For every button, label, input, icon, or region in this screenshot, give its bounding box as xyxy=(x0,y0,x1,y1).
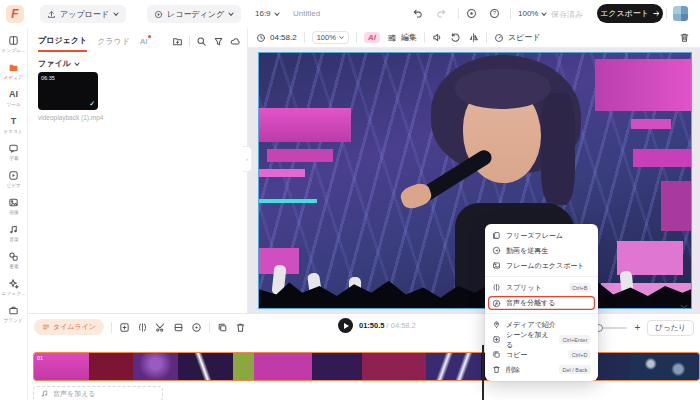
files-header[interactable]: ファイル xyxy=(38,58,80,69)
clip-frame xyxy=(426,353,481,380)
clock-icon xyxy=(256,33,266,43)
shortcut-badge: Ctrl+Enter xyxy=(559,335,591,344)
menu-item-split[interactable]: スプリット Ctrl+B xyxy=(485,280,598,295)
export-frame-icon xyxy=(492,261,501,270)
playhead[interactable] xyxy=(482,345,484,400)
duplicate-icon[interactable] xyxy=(217,322,228,333)
freeze-frame-icon xyxy=(492,231,501,240)
help-icon[interactable]: ? xyxy=(489,8,500,19)
edit-button[interactable]: 編集 xyxy=(387,32,417,43)
sidebar-item-templates[interactable]: テンプレ... xyxy=(0,35,28,62)
sidebar-item-elements[interactable]: 要素 xyxy=(0,251,28,278)
panel-collapse-handle[interactable]: ‹ xyxy=(243,146,252,172)
chevron-down-icon xyxy=(339,35,344,40)
app-logo[interactable]: F xyxy=(6,5,24,23)
keyframe-icon[interactable] xyxy=(191,322,202,333)
media-thumbnail[interactable]: 06:35 ✓ xyxy=(38,72,98,110)
tab-cloud[interactable]: クラウド xyxy=(97,36,130,51)
layers-icon xyxy=(42,323,50,331)
sidebar-item-brand[interactable]: ブランド xyxy=(0,305,28,332)
menu-item-delete[interactable]: 削除 Del / Back xyxy=(485,362,598,377)
user-avatar[interactable] xyxy=(673,6,688,21)
menu-item-detach-audio[interactable]: 音声を分離する xyxy=(488,296,595,310)
project-title[interactable]: Untitled xyxy=(293,9,320,18)
redo-icon[interactable] xyxy=(436,8,447,19)
delete-clip-icon[interactable] xyxy=(679,32,690,43)
divider xyxy=(209,322,210,333)
media-pin-icon xyxy=(492,320,501,329)
cloud-icon[interactable] xyxy=(230,36,241,47)
video-play-icon xyxy=(8,170,19,181)
upload-button[interactable]: アップロード xyxy=(40,5,126,23)
template-grid-icon xyxy=(8,35,19,46)
video-editor-app: F アップロード レコーディング 16:9 Untitled ? 100% 保存… xyxy=(0,0,700,400)
ai-tools-button[interactable]: AI xyxy=(364,32,380,43)
add-audio-track-button[interactable]: 音声を加える xyxy=(33,386,163,400)
split-icon[interactable] xyxy=(137,322,148,333)
video-art xyxy=(661,181,691,231)
video-clip-track[interactable] xyxy=(33,352,700,381)
sidebar-item-image[interactable]: 画像 xyxy=(0,197,28,224)
sidebar-item-ai-tools[interactable]: AI ツール xyxy=(0,89,28,116)
speed-icon xyxy=(494,33,504,43)
timeline-mode-button[interactable]: タイムライン xyxy=(34,319,104,335)
timecode: 01:50.5 / 04:58.2 xyxy=(359,321,416,330)
divider xyxy=(356,32,357,43)
search-icon[interactable] xyxy=(196,36,207,47)
menu-item-reverse-play[interactable]: 動画を逆再生 xyxy=(485,243,598,258)
recording-button[interactable]: レコーディング xyxy=(147,5,241,23)
canvas-zoom-select[interactable]: 100% xyxy=(518,9,547,18)
video-art xyxy=(259,199,317,203)
sidebar-item-media[interactable]: メディア xyxy=(0,62,28,89)
filter-icon[interactable] xyxy=(213,36,224,47)
sidebar-item-music[interactable]: 音楽 xyxy=(0,224,28,251)
rotate-icon[interactable] xyxy=(450,32,461,43)
fit-timeline-button[interactable]: ぴったり xyxy=(647,320,694,336)
text-icon: T xyxy=(11,116,17,127)
chevron-down-icon xyxy=(228,11,234,17)
check-icon: ✓ xyxy=(89,100,95,108)
crop-mask-icon[interactable] xyxy=(173,322,184,333)
delete-icon[interactable] xyxy=(235,322,246,333)
divider xyxy=(510,8,511,19)
aspect-ratio-select[interactable]: 16:9 xyxy=(255,9,280,18)
upload-icon xyxy=(47,10,56,19)
zoom-in-button[interactable]: + xyxy=(634,323,640,333)
svg-text:?: ? xyxy=(493,10,496,16)
undo-icon[interactable] xyxy=(412,8,423,19)
clip-zoom-select[interactable]: 100% xyxy=(312,31,349,44)
menu-item-export-frame[interactable]: フレームのエクスポート xyxy=(485,258,598,273)
divider xyxy=(424,32,425,43)
audio-volume-icon[interactable] xyxy=(432,32,443,43)
add-folder-icon[interactable] xyxy=(172,36,183,47)
sidebar-item-effects[interactable]: エフェク... xyxy=(0,278,28,305)
screen-record-icon[interactable] xyxy=(466,8,477,19)
play-button[interactable] xyxy=(338,318,353,333)
speed-button[interactable]: スピード xyxy=(494,32,541,43)
record-icon xyxy=(154,10,163,19)
scissors-icon[interactable] xyxy=(155,322,166,333)
chevron-down-icon xyxy=(74,61,80,67)
divider xyxy=(304,32,305,43)
export-button[interactable]: エクスポート xyxy=(597,4,663,23)
add-scene-icon xyxy=(492,335,501,344)
clip-context-menu: フリーズフレーム 動画を逆再生 フレームのエクスポート スプリット Ctrl+B… xyxy=(485,224,598,381)
project-panel: プロジェクト クラウド AI ファイル 06:35 ✓ videoplaybac… xyxy=(28,28,248,313)
tab-ai[interactable]: AI xyxy=(140,37,148,50)
video-art xyxy=(259,108,351,142)
sidebar-item-video[interactable]: ビデオ xyxy=(0,170,28,197)
sidebar-item-captions[interactable]: 字幕 xyxy=(0,143,28,170)
flip-mirror-icon[interactable] xyxy=(468,32,479,43)
play-icon xyxy=(344,323,349,329)
notification-dot xyxy=(148,35,151,38)
sidebar-item-text[interactable]: T テキスト xyxy=(0,116,28,143)
preview-video[interactable] xyxy=(258,52,692,309)
tab-project[interactable]: プロジェクト xyxy=(38,35,87,52)
clip-duration: 04:58.2 xyxy=(256,33,297,43)
menu-item-freeze-frame[interactable]: フリーズフレーム xyxy=(485,228,598,243)
add-media-icon[interactable] xyxy=(119,322,130,333)
preview-collapse-icon[interactable] xyxy=(678,303,690,311)
brand-icon xyxy=(8,305,19,316)
arrow-right-icon xyxy=(653,10,660,17)
menu-item-add-scene[interactable]: シーンを加える Ctrl+Enter xyxy=(485,332,598,347)
